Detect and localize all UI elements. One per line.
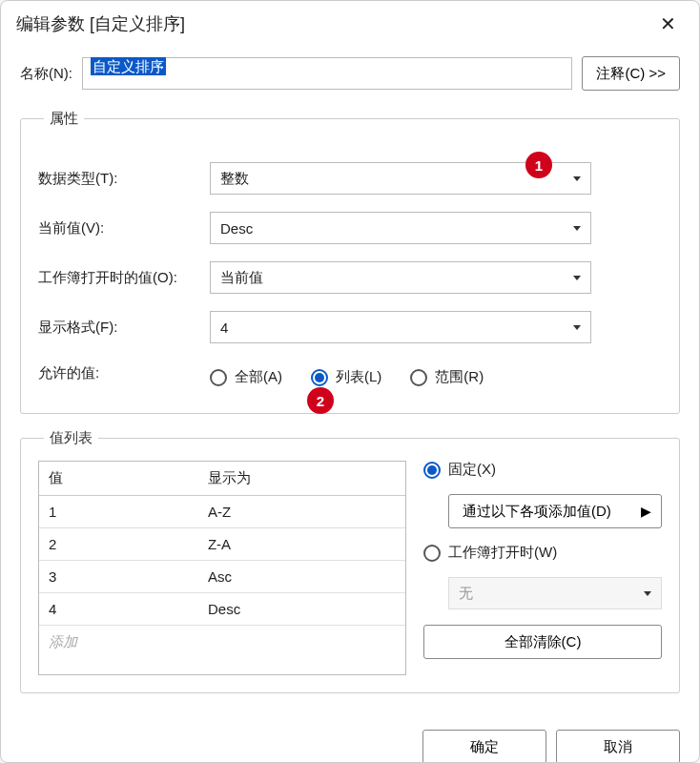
display-format-label: 显示格式(F):	[38, 319, 200, 337]
cell-display: Asc	[198, 561, 405, 593]
when-open-select: 无	[448, 577, 662, 609]
radio-icon	[410, 369, 427, 386]
cell-display: Z-A	[198, 528, 405, 561]
current-value: Desc	[220, 220, 253, 237]
cell-value: 4	[39, 593, 198, 626]
titlebar: 编辑参数 [自定义排序] ✕	[1, 1, 699, 47]
display-format-select[interactable]: 4	[210, 311, 591, 343]
allowed-range-radio[interactable]: 范围(R)	[410, 368, 484, 386]
col-display-header[interactable]: 显示为	[198, 462, 405, 496]
value-table: 值 显示为 1 A-Z 2	[38, 461, 406, 675]
properties-group: 属性 数据类型(T): 整数 1 当前值(V): Desc 工作簿打开时的值(O…	[20, 110, 680, 414]
allowed-label: 允许的值:	[38, 364, 200, 382]
table-add-row[interactable]: 添加	[39, 626, 405, 660]
data-type-label: 数据类型(T):	[38, 170, 200, 188]
cell-value: 3	[39, 561, 198, 593]
display-format-value: 4	[220, 320, 228, 336]
data-type-select[interactable]: 整数 1	[210, 162, 591, 195]
fixed-label: 固定(X)	[448, 461, 496, 479]
table-row[interactable]: 4 Desc	[39, 593, 405, 626]
cell-value: 2	[39, 528, 198, 561]
current-value-label: 当前值(V):	[38, 219, 200, 237]
when-open-value: 无	[459, 585, 473, 603]
allowed-list-label: 列表(L)	[336, 368, 381, 386]
cell-display: Desc	[198, 593, 405, 626]
table-row[interactable]: 1 A-Z	[39, 496, 405, 528]
open-value-select[interactable]: 当前值	[210, 261, 591, 294]
radio-icon	[311, 369, 328, 386]
value-table-scroll[interactable]: 值 显示为 1 A-Z 2	[39, 462, 405, 674]
ok-button[interactable]: 确定	[422, 730, 546, 763]
dialog-title: 编辑参数 [自定义排序]	[16, 12, 185, 35]
annotations-button[interactable]: 注释(C) >>	[582, 56, 680, 91]
table-row[interactable]: 3 Asc	[39, 561, 405, 593]
current-value-select[interactable]: Desc	[210, 212, 591, 244]
radio-icon	[423, 545, 441, 562]
when-open-radio[interactable]: 工作簿打开时(W)	[423, 544, 662, 562]
annotation-1: 1	[525, 152, 552, 178]
allowed-all-label: 全部(A)	[235, 368, 282, 386]
when-open-label: 工作簿打开时(W)	[448, 544, 557, 562]
name-input-value: 自定义排序	[91, 57, 166, 75]
add-row-label: 添加	[39, 626, 198, 660]
table-row[interactable]: 2 Z-A	[39, 528, 405, 561]
value-list-group: 值列表 值 显示为	[20, 429, 680, 693]
add-from-label: 通过以下各项添加值(D)	[463, 503, 611, 521]
value-list-legend: 值列表	[44, 429, 98, 447]
open-value: 当前值	[220, 269, 263, 287]
close-icon[interactable]: ✕	[652, 10, 684, 37]
allowed-all-radio[interactable]: 全部(A)	[210, 368, 282, 386]
add-from-button[interactable]: 通过以下各项添加值(D) ▶	[448, 494, 662, 528]
data-type-value: 整数	[220, 170, 249, 188]
annotation-2: 2	[307, 387, 334, 414]
allowed-range-label: 范围(R)	[435, 368, 484, 386]
radio-icon	[210, 369, 227, 386]
edit-parameter-dialog: 编辑参数 [自定义排序] ✕ 名称(N): 自定义排序 注释(C) >> 属性 …	[0, 0, 700, 763]
chevron-right-icon: ▶	[641, 504, 651, 519]
col-value-header[interactable]: 值	[39, 462, 198, 496]
clear-all-button[interactable]: 全部清除(C)	[423, 625, 662, 659]
cell-value: 1	[39, 496, 198, 528]
radio-icon	[423, 462, 441, 479]
cell-display: A-Z	[198, 496, 405, 528]
fixed-radio[interactable]: 固定(X)	[423, 461, 662, 479]
open-value-label: 工作簿打开时的值(O):	[38, 269, 200, 287]
allowed-list-radio[interactable]: 列表(L) 2	[311, 368, 381, 386]
name-label: 名称(N):	[20, 65, 72, 83]
properties-legend: 属性	[44, 110, 84, 128]
cancel-button[interactable]: 取消	[556, 730, 680, 763]
name-input[interactable]: 自定义排序	[82, 57, 572, 90]
